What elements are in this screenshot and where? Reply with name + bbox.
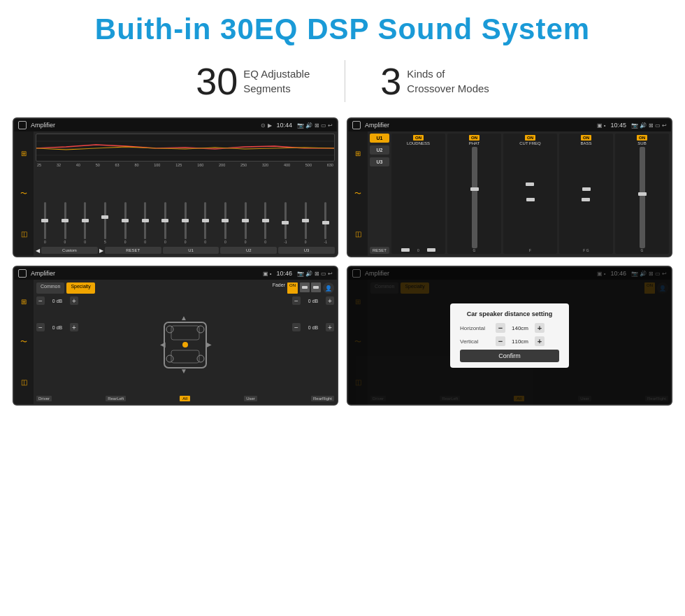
vol-rl-plus[interactable]: + [70,323,78,331]
confirm-button[interactable]: Confirm [460,350,559,362]
cutfreq-on[interactable]: ON [525,135,535,141]
vol-fl-plus[interactable]: + [70,296,78,305]
eq-screen: ⊞ 〜 ◫ [14,131,337,256]
svg-rect-4 [171,326,199,340]
vol-rr-value: 0 dB [302,325,324,330]
screen-eq: Amplifier ⊙ ▶ 10:44 📷 🔊 ⊠ ▭ ↩ ⊞ 〜 ◫ [13,117,338,257]
eq-slider-2: 0 [75,202,94,244]
status-bar-1: Amplifier ⊙ ▶ 10:44 📷 🔊 ⊠ ▭ ↩ [14,119,337,131]
vertical-minus[interactable]: − [496,336,505,346]
fader-on[interactable]: ON [287,282,298,294]
status-time-2: 10:45 [611,122,627,129]
tab-specialty-3[interactable]: Specialty [66,282,94,294]
horizontal-plus[interactable]: + [535,323,545,333]
fader-track-r[interactable] [311,282,321,292]
phat-slider[interactable] [472,147,477,248]
screen-crossover: Amplifier ▣ • 10:45 📷 🔊 ⊠ ▭ ↩ ⊞ 〜 ◫ U1 U… [347,117,672,257]
sub-on[interactable]: ON [637,135,647,141]
vertical-row: Vertical − 110cm + [460,336,559,346]
prev-arrow[interactable]: ◀ [36,248,40,254]
screens-grid: Amplifier ⊙ ▶ 10:44 📷 🔊 ⊠ ▭ ↩ ⊞ 〜 ◫ [0,112,685,411]
vol-row-rr: − 0 dB + [292,323,334,331]
tab-common-3[interactable]: Common [36,282,64,294]
vol-fr-minus[interactable]: − [292,296,301,305]
svg-text:▶: ▶ [206,341,212,348]
preset-u1[interactable]: U1 [370,134,389,143]
cutfreq-label: CUT FREQ [519,141,541,145]
rearright-btn[interactable]: RearRight [311,396,334,401]
eq-slider-12: -1 [276,202,295,244]
rearleft-btn[interactable]: RearLeft [106,396,126,401]
speaker-screen-inner: ⊞ 〜 ◫ Common Specialty Fader ON [14,280,337,404]
u3-btn[interactable]: U3 [278,247,335,254]
next-arrow[interactable]: ▶ [99,248,103,254]
horizontal-label: Horizontal [460,325,491,331]
eq-icon-3[interactable]: ⊞ [21,298,27,306]
bottom-labels-3: Driver RearLeft All User RearRight [36,396,334,401]
crossover-controls: ON LOUDNESS 0 [391,134,669,254]
svg-point-12 [197,326,204,333]
eq-slider-10: 0 [236,202,255,244]
eq-slider-3: 5 [96,202,115,244]
horizontal-minus[interactable]: − [496,323,505,333]
vertical-plus[interactable]: + [535,336,545,346]
phat-on[interactable]: ON [469,135,480,141]
user-avatar-3[interactable]: 👤 [323,282,334,294]
app-name-1: Amplifier [31,122,261,129]
status-bar-3: Amplifier ▣ • 10:46 📷 🔊 ⊠ ▭ ↩ [14,267,337,280]
all-btn[interactable]: All [180,396,190,401]
speaker-main: Common Specialty Fader ON [34,280,337,404]
home-icon-1[interactable] [18,121,27,129]
svg-text:▲: ▲ [180,314,187,322]
vol-rr-minus[interactable]: − [292,323,301,331]
wave-icon[interactable]: 〜 [20,189,27,199]
eq-graph [36,134,335,162]
horizontal-row: Horizontal − 140cm + [460,323,559,333]
speaker-icon-3[interactable]: ◫ [21,378,27,386]
vol-fr-plus[interactable]: + [326,296,334,305]
bass-on[interactable]: ON [581,135,591,141]
horizontal-value: 140cm [510,325,531,331]
sub-slider[interactable] [640,147,645,248]
u2-btn[interactable]: U2 [220,247,277,254]
preset-u2[interactable]: U2 [370,145,389,155]
section-sub: ON SUB G [615,134,669,254]
vol-fl-minus[interactable]: − [36,296,45,305]
vol-row-rl: − 0 dB + [36,323,78,331]
user-btn[interactable]: User [244,396,257,401]
vol-rr-plus[interactable]: + [326,323,334,331]
eq-slider-14: -1 [316,202,335,244]
eq-sliders: 0 0 0 5 0 0 0 0 0 0 0 0 -1 0 -1 [36,169,335,245]
fader-label: Fader [273,282,285,294]
home-icon-3[interactable] [18,269,27,278]
vol-fl-value: 0 dB [46,299,68,303]
cutfreq-val: F [529,248,531,252]
loudness-on[interactable]: ON [413,135,424,141]
wave-icon-3[interactable]: 〜 [20,337,27,347]
preset-u3[interactable]: U3 [370,157,389,166]
eq-slider-11: 0 [256,202,275,244]
status-icons-3: ▣ • 10:46 📷 🔊 ⊠ ▭ ↩ [263,270,333,277]
vol-rl-minus[interactable]: − [36,323,45,331]
stat-eq-number: 30 [196,62,238,100]
status-bar-2: Amplifier ▣ • 10:45 📷 🔊 ⊠ ▭ ↩ [348,119,671,131]
eq-icon-2[interactable]: ⊞ [355,150,361,157]
section-cutfreq: ON CUT FREQ F [503,134,557,254]
eq-slider-6: 0 [156,202,175,244]
speaker-icon[interactable]: ◫ [21,230,27,238]
driver-btn[interactable]: Driver [36,396,52,401]
u1-btn[interactable]: U1 [163,247,219,254]
preset-custom[interactable]: Custom [41,247,98,254]
wave-icon-2[interactable]: 〜 [354,189,361,199]
speaker-icon-2[interactable]: ◫ [355,230,361,238]
crossover-reset[interactable]: RESET [370,247,389,254]
reset-btn[interactable]: RESET [105,247,161,254]
svg-point-11 [166,326,173,333]
eq-icon[interactable]: ⊞ [21,150,27,157]
home-icon-2[interactable] [352,121,361,129]
stat-crossover-label: Kinds of Crossover Modes [407,66,489,96]
vol-row-fr: − 0 dB + [292,296,334,305]
eq-slider-4: 0 [116,202,135,244]
sub-val: G [641,248,644,252]
fader-track-l[interactable] [300,282,310,292]
